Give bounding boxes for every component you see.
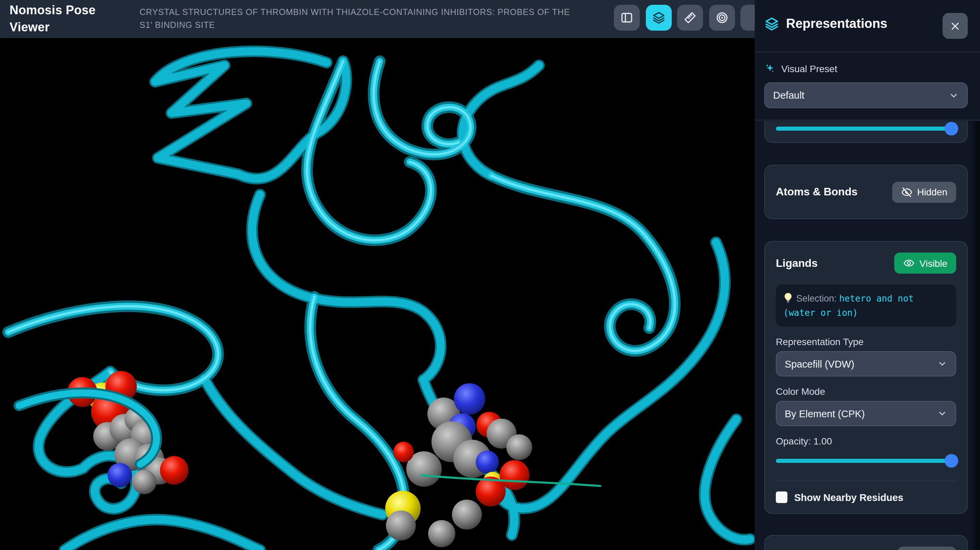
sparkles-icon: [764, 63, 776, 74]
measure-button[interactable]: [677, 5, 703, 30]
next-section-visibility-button[interactable]: [898, 547, 956, 550]
representation-type-label: Representation Type: [776, 336, 956, 347]
selection-info-box: Selection: hetero and not (water or ion): [776, 285, 956, 327]
app-window: Nomosis Pose Viewer CRYSTAL STRUCTURES O…: [0, 0, 980, 550]
ligands-card: Ligands Visible Selection:: [764, 241, 968, 514]
molecule-viewport[interactable]: [0, 38, 755, 550]
chevron-down-icon: [937, 408, 947, 419]
slider-thumb[interactable]: [945, 122, 958, 136]
representations-panel: Representations Visual Preset Default: [755, 0, 980, 550]
opacity-slider[interactable]: [776, 454, 956, 468]
eye-icon: [903, 257, 915, 269]
panel-scroll-area[interactable]: Atoms & Bonds Hidden Ligands: [755, 121, 980, 550]
selection-label: Selection:: [796, 293, 837, 304]
color-mode-select[interactable]: By Element (CPK): [776, 401, 956, 426]
scrolled-section-card: [764, 121, 968, 143]
protein-ribbon-render: [0, 38, 755, 550]
panel-title: Representations: [786, 16, 888, 31]
scrolled-opacity-slider[interactable]: [776, 122, 956, 136]
ligands-title: Ligands: [776, 257, 818, 269]
atoms-bonds-card: Atoms & Bonds Hidden: [764, 165, 968, 219]
close-icon: [950, 21, 960, 31]
layers-icon: [764, 16, 779, 31]
show-nearby-residues-label: Show Nearby Residues: [794, 492, 904, 503]
focus-button[interactable]: [709, 5, 735, 30]
representation-type-select[interactable]: Spacefill (VDW): [776, 351, 956, 376]
chevron-down-icon: [937, 359, 947, 369]
ligands-visibility-button[interactable]: Visible: [894, 252, 956, 274]
next-section-card: [764, 535, 968, 550]
panel-header: Representations: [755, 0, 980, 53]
ruler-icon: [683, 11, 697, 24]
visual-preset-select[interactable]: Default: [764, 82, 968, 108]
close-panel-button[interactable]: [943, 13, 968, 39]
color-mode-label: Color Mode: [776, 386, 956, 397]
atoms-bonds-title: Atoms & Bonds: [776, 186, 858, 198]
eye-off-icon: [901, 186, 912, 198]
divider: [776, 481, 956, 481]
target-icon: [715, 11, 729, 24]
lightbulb-icon: [783, 293, 793, 303]
chevron-down-icon: [949, 90, 959, 100]
app-title: Nomosis Pose Viewer: [10, 2, 111, 36]
show-nearby-residues-checkbox[interactable]: [776, 491, 788, 503]
layers-icon: [652, 11, 665, 24]
slider-thumb[interactable]: [945, 454, 958, 468]
split-panel-button[interactable]: [614, 5, 640, 30]
structure-subtitle: CRYSTAL STRUCTURES OF THROMBIN WITH THIA…: [140, 6, 579, 32]
toolbar: [614, 5, 766, 30]
split-panel-icon: [620, 11, 633, 24]
atoms-bonds-visibility-button[interactable]: Hidden: [892, 182, 956, 202]
scrollbar-gutter: [971, 121, 980, 550]
visual-preset-label: Visual Preset: [781, 63, 837, 74]
representations-button[interactable]: [646, 5, 671, 30]
opacity-label: Opacity: 1.00: [776, 436, 956, 446]
visual-preset-section: Visual Preset Default: [755, 53, 980, 121]
